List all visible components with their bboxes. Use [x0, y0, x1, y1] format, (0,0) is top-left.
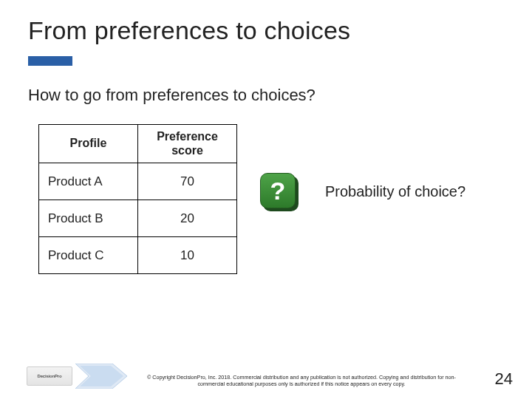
table-row: Product C 10	[39, 237, 237, 274]
logo: DecisionPro	[27, 366, 72, 386]
cell-profile: Product A	[39, 163, 138, 200]
table-row: Product B 20	[39, 200, 237, 237]
table-header-row: Profile Preferencescore	[39, 125, 237, 163]
slide-title: From preferences to choices	[28, 16, 350, 45]
copyright-text: © Copyright DecisionPro, Inc. 2018. Comm…	[139, 374, 464, 387]
table-row: Product A 70	[39, 163, 237, 200]
cell-score: 10	[138, 237, 237, 274]
page-number: 24	[495, 369, 513, 389]
question-mark-badge: ?	[260, 173, 299, 211]
question-mark-icon: ?	[260, 173, 296, 208]
title-accent-bar	[28, 56, 72, 66]
preference-table: Profile Preferencescore Product A 70 Pro…	[38, 124, 237, 274]
header-profile: Profile	[39, 125, 138, 163]
cell-score: 70	[138, 163, 237, 200]
header-score-line1: Preference	[157, 130, 218, 143]
probability-label: Probability of choice?	[325, 183, 466, 200]
chevron-icon	[75, 364, 127, 389]
cell-score: 20	[138, 200, 237, 237]
cell-profile: Product B	[39, 200, 138, 237]
header-score: Preferencescore	[138, 125, 237, 163]
header-score-line2: score	[171, 144, 203, 157]
slide: From preferences to choices How to go fr…	[0, 0, 532, 399]
cell-profile: Product C	[39, 237, 138, 274]
slide-subtitle: How to go from preferences to choices?	[28, 86, 316, 105]
